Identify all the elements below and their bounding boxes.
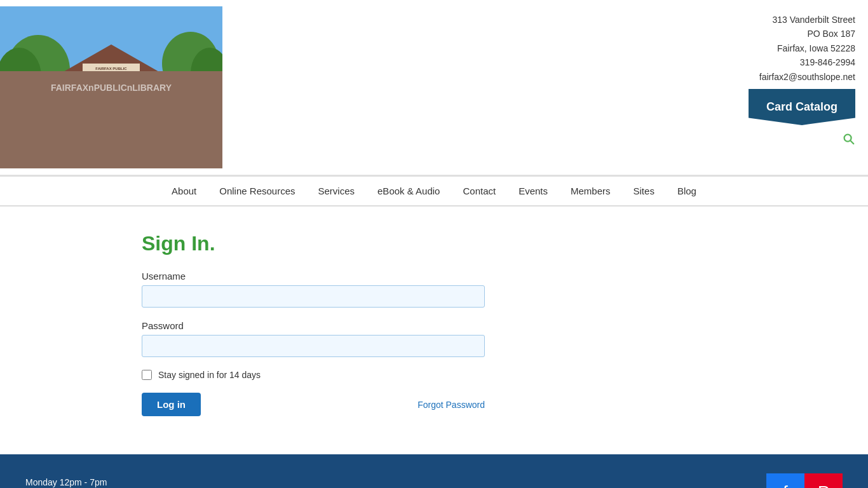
svg-rect-7 [64,95,83,118]
facebook-icon: f [783,482,788,488]
main-content: Sign In. Username Password Stay signed i… [129,207,739,454]
nav-services[interactable]: Services [307,177,367,205]
username-label: Username [142,271,726,281]
svg-rect-5 [51,83,172,152]
email-link[interactable]: fairfax2@southslope.net [759,72,855,82]
pinterest-icon: P [818,482,830,488]
svg-rect-16 [110,98,112,130]
svg-rect-11 [98,127,124,152]
footer-hours: Monday 12pm - 7pm Tuesday 12pm - 7pm [25,473,109,488]
svg-rect-15 [0,152,222,168]
address-line2: PO Box 187 [759,27,855,41]
log-in-button[interactable]: Log in [142,393,201,416]
svg-rect-17 [108,95,114,100]
svg-text:FAIRFAX PUBLIC: FAIRFAX PUBLIC [95,67,127,71]
nav-online-resources[interactable]: Online Resources [208,177,306,205]
sign-in-title: Sign In. [142,232,726,255]
stay-signed-in-label[interactable]: Stay signed in for 14 days [158,370,261,380]
password-input[interactable] [142,335,485,357]
username-input[interactable] [142,285,485,308]
svg-rect-10 [153,95,172,118]
svg-rect-9 [124,95,143,118]
navigation-bar: About Online Resources Services eBook & … [0,176,868,207]
phone-number: 319-846-2994 [759,55,855,69]
form-actions: Log in Forgot Password [142,393,485,416]
nav-contact[interactable]: Contact [451,177,507,205]
hours-monday: Monday 12pm - 7pm [25,473,109,488]
nav-about[interactable]: About [160,177,208,205]
page-footer: Monday 12pm - 7pm Tuesday 12pm - 7pm f P [0,454,868,488]
header-right: 313 Vanderbilt Street PO Box 187 Fairfax… [749,6,855,148]
forgot-password-link[interactable]: Forgot Password [417,400,485,410]
stay-signed-in-row: Stay signed in for 14 days [142,370,726,380]
library-logo: FAIRFAX PUBLIC LIBRARY [0,6,222,168]
svg-rect-0 [0,6,222,168]
username-group: Username [142,271,726,308]
search-icon[interactable] [841,132,855,148]
nav-events[interactable]: Events [507,177,559,205]
card-catalog-button[interactable]: Card Catalog [749,89,855,125]
address-line3: Fairfax, Iowa 52228 [759,41,855,55]
nav-blog[interactable]: Blog [666,177,708,205]
stay-signed-in-checkbox[interactable] [142,370,152,380]
pinterest-link[interactable]: P [804,473,843,488]
password-label: Password [142,320,726,331]
social-links: f P [766,473,843,488]
nav-ebook-audio[interactable]: eBook & Audio [366,177,451,205]
password-group: Password [142,320,726,357]
library-address: 313 Vanderbilt Street PO Box 187 Fairfax… [759,13,855,84]
facebook-link[interactable]: f [766,473,804,488]
svg-rect-8 [92,95,111,118]
svg-rect-12 [83,64,140,79]
nav-sites[interactable]: Sites [622,177,666,205]
page-header: FAIRFAX PUBLIC LIBRARY 313 Vanderbilt St… [0,0,868,176]
nav-members[interactable]: Members [559,177,622,205]
address-line1: 313 Vanderbilt Street [759,13,855,27]
svg-text:LIBRARY: LIBRARY [103,72,119,76]
